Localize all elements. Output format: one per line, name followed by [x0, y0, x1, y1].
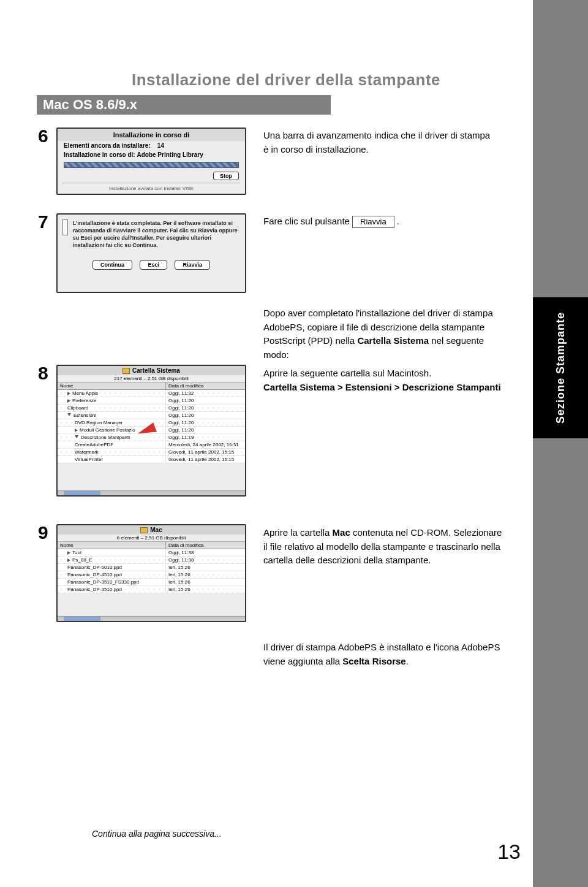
list-item[interactable]: Panasonic_DP-6010.ppdIeri, 15:26 [58, 564, 245, 571]
file-list: ToolOggi, 11:38Ps_88_EOggi, 11:38Panason… [58, 549, 245, 593]
scrollbar[interactable] [58, 616, 245, 621]
page-number: 13 [497, 840, 521, 864]
exit-button[interactable]: Esci [140, 260, 167, 270]
screenshot-restart-dialog: L'installazione è stata completata. Per … [56, 213, 246, 293]
side-tab-label: Sezione Stampante [533, 297, 588, 438]
window-subtitle: 217 elementi – 2,51 GB disponibili [58, 375, 245, 383]
list-item[interactable]: Menu AppleOggi, 11:32 [58, 390, 245, 397]
column-headers: NomeData di modifica [58, 542, 245, 549]
step-7-number: 7 [38, 211, 48, 232]
folder-icon [123, 368, 130, 374]
info-icon [62, 219, 68, 235]
riavvia-inline-button: Riavvia [352, 216, 394, 228]
list-item[interactable]: ClipboardOggi, 11:20 [58, 405, 245, 412]
dialog-title: Installazione in corso di [58, 129, 245, 141]
step-9-number: 9 [38, 522, 48, 543]
step-8-text: Aprire la seguente cartella sul Macintos… [263, 367, 502, 394]
continue-button[interactable]: Continua [92, 260, 132, 270]
window-titlebar: Cartella Sistema [58, 366, 245, 375]
stop-button[interactable]: Stop [213, 172, 239, 180]
list-item[interactable]: EstensioniOggi, 11:20 [58, 412, 245, 419]
list-item[interactable]: VirtualPrinterGiovedì, 11 aprile 2002, 1… [58, 456, 245, 463]
screenshot-progress-dialog: Installazione in corso di Elementi ancor… [56, 128, 246, 195]
page-title: Installazione del driver della stampante [132, 70, 440, 89]
step-6-text: Una barra di avanzamento indica che il d… [263, 129, 496, 156]
list-item[interactable]: Panasonic_DP-3510_FS330.ppdIeri, 15:26 [58, 579, 245, 586]
list-item[interactable]: Ps_88_EOggi, 11:38 [58, 557, 245, 564]
window-titlebar: Mac [58, 525, 245, 535]
section-header: Mac OS 8.6/9.x [37, 95, 331, 115]
restart-button[interactable]: Riavvia [175, 260, 210, 270]
screenshot-system-folder: Cartella Sistema 217 elementi – 2,51 GB … [56, 365, 246, 497]
screenshot-mac-folder: Mac 6 elementi – 2,51 GB disponibili Nom… [56, 524, 246, 622]
step-6-number: 6 [38, 126, 48, 147]
step-7-text: Fare clic sul pulsante Riavvia . [263, 215, 496, 229]
step-8-pretext: Dopo aver completato l'installazione del… [263, 306, 502, 362]
dialog-line2: Installazione in corso di: Adobe Printin… [58, 150, 245, 159]
final-text: Il driver di stampa AdobePS è installato… [263, 641, 508, 668]
dialog-footer: Installazione avviata con Installer VISE [62, 183, 240, 191]
step-8-number: 8 [38, 363, 48, 384]
continue-note: Continua alla pagina successiva... [92, 829, 222, 839]
folder-icon [140, 527, 148, 533]
dialog-line1: Elementi ancora da installare: 14 [58, 141, 245, 150]
list-item[interactable]: Descrizione StampantiOggi, 11:19 [58, 434, 245, 441]
list-item[interactable]: WatermarkGiovedì, 11 aprile 2002, 15:15 [58, 449, 245, 456]
window-subtitle: 6 elementi – 2,51 GB disponibili [58, 535, 245, 542]
step-9-text: Aprire la cartella Mac contenuta nel CD-… [263, 526, 508, 568]
list-item[interactable]: Panasonic_DP-4510.ppdIeri, 15:26 [58, 571, 245, 579]
list-item[interactable]: CreateAdobePDFMercoledì, 24 aprile 2002,… [58, 441, 245, 449]
progress-bar [64, 162, 239, 168]
list-item[interactable]: Panasonic_DP-3510.ppdIeri, 15:26 [58, 586, 245, 593]
scrollbar[interactable] [58, 490, 245, 495]
right-sidebar [533, 0, 588, 887]
column-headers: NomeData di modifica [58, 383, 245, 390]
list-item[interactable]: PreferenzeOggi, 11:20 [58, 397, 245, 405]
list-item[interactable]: ToolOggi, 11:38 [58, 549, 245, 557]
dialog-message: L'installazione è stata completata. Per … [73, 219, 240, 249]
